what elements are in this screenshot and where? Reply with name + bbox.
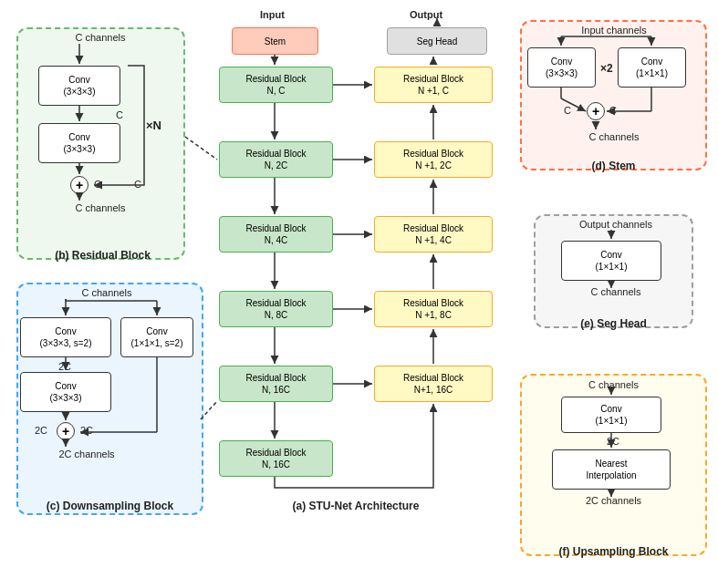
f-2c: 2C [607,436,619,447]
a-output: Output [410,9,442,20]
encoder-block-1: Residual Block N, C [219,67,333,103]
b-c-channels-bot: C channels [50,202,151,213]
decoder-block-5: Residual Block N+1, 16C [374,366,493,402]
f-nearest: Nearest Interpolation [552,449,671,490]
region-d [520,20,707,170]
c-label: (c) Downsampling Block [16,500,203,512]
c-conv1: Conv (3×3×3, s=2) [20,317,111,357]
f-2c-channels: 2C channels [538,495,689,506]
a-seg-head: Seg Head [387,27,487,55]
c-2c1: 2C [58,361,71,372]
a-label: (a) STU-Net Architecture [219,500,493,512]
d-c-channels: C channels [546,131,682,142]
c-2c2: 2C [35,425,47,436]
encoder-block-5: Residual Block N, 16C [219,366,333,402]
d-x2: ×2 [600,62,613,75]
d-conv2: Conv (1×1×1) [618,47,686,88]
b-conv1: Conv (3×3×3) [38,66,120,106]
a-input: Input [260,9,285,20]
b-n-label: ×N [146,119,161,132]
c-2c3: 2C [80,425,93,436]
d-plus: + [587,102,605,120]
b-c3: C [134,179,141,190]
a-stem: Stem [232,27,318,55]
c-plus: + [57,422,75,440]
c-conv3: Conv (1×1×1, s=2) [120,317,193,357]
decoder-block-2: Residual Block N +1, 2C [374,141,493,178]
decoder-block-1: Residual Block N +1, C [374,67,493,103]
d-conv1: Conv (3×3×3) [527,47,596,88]
f-c-channels: C channels [538,379,689,390]
e-c-channels: C channels [547,286,684,297]
encoder-block-3: Residual Block N, 4C [219,216,333,253]
diagram-container: C channels Conv (3×3×3) C Conv (3×3×3) +… [0,0,718,588]
encoder-block-4: Residual Block N, 8C [219,291,333,327]
d-c1: C [564,105,571,116]
c-2c-channels-bot: 2C channels [36,449,137,459]
e-label: (e) Seg Head [534,317,693,330]
b-c2: C [94,179,101,190]
d-c2: C [609,105,617,116]
b-conv2: Conv (3×3×3) [38,123,120,163]
e-output-channels: Output channels [547,219,684,230]
b-c1: C [116,109,123,120]
c-c-channels-top: C channels [57,287,157,298]
c-conv2: Conv (3×3×3) [20,372,111,412]
b-c-channels-top: C channels [50,32,151,43]
d-label: (d) Stem [520,160,707,172]
f-label: (f) Upsampling Block [520,545,707,558]
svg-line-47 [185,137,217,160]
b-label: (b) Residual Block [23,249,182,262]
d-input-channels: Input channels [546,25,682,36]
f-conv: Conv (1×1×1) [561,397,661,433]
e-conv: Conv (1×1×1) [561,241,661,281]
encoder-block-2: Residual Block N, 2C [219,141,333,178]
b-plus: + [70,176,88,194]
encoder-block-6: Residual Block N, 16C [219,440,333,477]
decoder-block-3: Residual Block N +1, 4C [374,216,493,253]
decoder-block-4: Residual Block N +1, 8C [374,291,493,327]
